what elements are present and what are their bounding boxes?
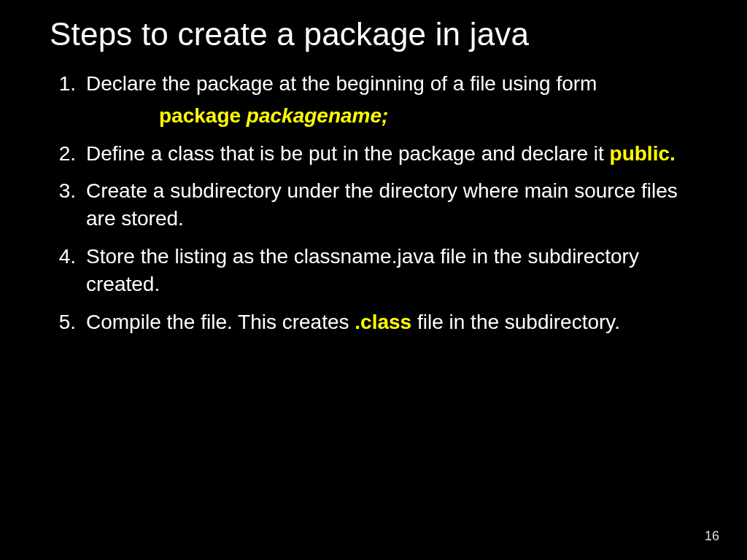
step-3: Create a subdirectory under the director…	[35, 177, 705, 233]
step-5: Compile the file. This creates .class fi…	[35, 308, 705, 336]
syntax-semicolon: ;	[382, 104, 388, 127]
slide: Steps to create a package in java Declar…	[0, 0, 747, 560]
step-1-text: Declare the package at the beginning of …	[86, 72, 597, 95]
step-4-text: Store the listing as the classname.java …	[86, 245, 639, 295]
step-3-text: Create a subdirectory under the director…	[86, 179, 678, 230]
step-5-text-a: Compile the file. This creates	[86, 311, 355, 333]
slide-title: Steps to create a package in java	[50, 16, 712, 52]
identifier-packagename: packagename	[247, 104, 382, 127]
keyword-public: public.	[610, 142, 676, 165]
step-2-text-a: Define a class that is be put in the pac…	[86, 142, 610, 165]
package-syntax: package packagename;	[159, 102, 705, 130]
step-2: Define a class that is be put in the pac…	[35, 140, 705, 168]
step-1: Declare the package at the beginning of …	[35, 70, 705, 130]
keyword-package: package	[159, 104, 247, 127]
steps-list: Declare the package at the beginning of …	[35, 70, 712, 335]
page-number: 16	[705, 529, 719, 544]
step-5-text-b: file in the subdirectory.	[411, 311, 620, 333]
step-4: Store the listing as the classname.java …	[35, 243, 705, 298]
keyword-class-ext: .class	[355, 311, 411, 333]
